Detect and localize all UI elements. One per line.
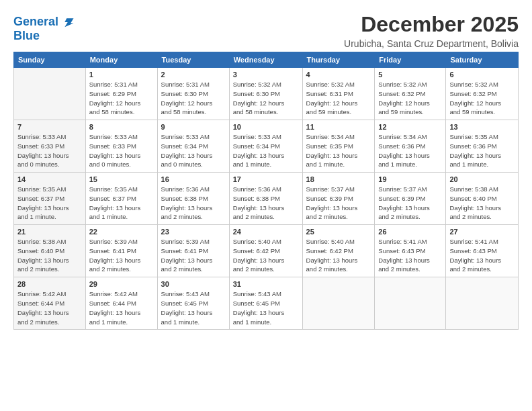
day-info: Sunrise: 5:43 AMSunset: 6:45 PMDaylight:… (233, 289, 299, 326)
calendar-cell: 10Sunrise: 5:33 AMSunset: 6:34 PMDayligh… (229, 120, 302, 173)
calendar-header-row: Sunday Monday Tuesday Wednesday Thursday… (14, 52, 519, 68)
day-info: Sunrise: 5:33 AMSunset: 6:34 PMDaylight:… (233, 132, 299, 169)
logo-icon (60, 15, 75, 30)
calendar-cell: 2Sunrise: 5:31 AMSunset: 6:30 PMDaylight… (157, 68, 229, 120)
day-info: Sunrise: 5:35 AMSunset: 6:36 PMDaylight:… (449, 132, 515, 169)
day-info: Sunrise: 5:39 AMSunset: 6:41 PMDaylight:… (161, 237, 226, 274)
day-info: Sunrise: 5:32 AMSunset: 6:30 PMDaylight:… (233, 80, 299, 117)
calendar-cell: 6Sunrise: 5:32 AMSunset: 6:32 PMDaylight… (446, 68, 519, 120)
calendar-cell (375, 277, 446, 330)
day-info: Sunrise: 5:31 AMSunset: 6:29 PMDaylight:… (89, 80, 154, 117)
calendar-cell: 22Sunrise: 5:39 AMSunset: 6:41 PMDayligh… (85, 225, 157, 277)
day-number: 5 (378, 71, 442, 79)
day-info: Sunrise: 5:43 AMSunset: 6:45 PMDaylight:… (161, 289, 226, 326)
day-number: 1 (89, 71, 154, 79)
day-info: Sunrise: 5:41 AMSunset: 6:43 PMDaylight:… (378, 237, 442, 274)
calendar-cell: 28Sunrise: 5:42 AMSunset: 6:44 PMDayligh… (14, 277, 86, 330)
day-info: Sunrise: 5:41 AMSunset: 6:43 PMDaylight:… (449, 237, 515, 274)
day-number: 9 (161, 123, 226, 131)
calendar-week-row-2: 7Sunrise: 5:33 AMSunset: 6:33 PMDaylight… (14, 120, 519, 173)
day-info: Sunrise: 5:40 AMSunset: 6:42 PMDaylight:… (306, 237, 371, 274)
calendar-cell: 17Sunrise: 5:36 AMSunset: 6:38 PMDayligh… (229, 173, 302, 225)
calendar-cell: 25Sunrise: 5:40 AMSunset: 6:42 PMDayligh… (302, 225, 375, 277)
calendar-cell: 5Sunrise: 5:32 AMSunset: 6:32 PMDaylight… (375, 68, 446, 120)
calendar-cell: 18Sunrise: 5:37 AMSunset: 6:39 PMDayligh… (302, 173, 375, 225)
day-number: 18 (306, 175, 371, 183)
calendar-cell: 3Sunrise: 5:32 AMSunset: 6:30 PMDaylight… (229, 68, 302, 120)
day-number: 11 (306, 123, 371, 131)
day-info: Sunrise: 5:36 AMSunset: 6:38 PMDaylight:… (233, 185, 299, 222)
col-saturday: Saturday (446, 52, 519, 68)
calendar-cell: 13Sunrise: 5:35 AMSunset: 6:36 PMDayligh… (446, 120, 519, 173)
day-info: Sunrise: 5:40 AMSunset: 6:42 PMDaylight:… (233, 237, 299, 274)
title-block: December 2025 Urubicha, Santa Cruz Depar… (344, 12, 519, 49)
header: General Blue December 2025 Urubicha, San… (13, 12, 519, 49)
col-sunday: Sunday (14, 52, 86, 68)
day-number: 17 (233, 175, 299, 183)
day-number: 4 (306, 71, 371, 79)
day-info: Sunrise: 5:39 AMSunset: 6:41 PMDaylight:… (89, 237, 154, 274)
logo-text-general: General (13, 15, 58, 29)
day-info: Sunrise: 5:33 AMSunset: 6:34 PMDaylight:… (161, 132, 226, 169)
calendar-cell (302, 277, 375, 330)
day-number: 8 (89, 123, 154, 131)
month-title: December 2025 (344, 12, 519, 37)
calendar-cell: 12Sunrise: 5:34 AMSunset: 6:36 PMDayligh… (375, 120, 446, 173)
day-number: 10 (233, 123, 299, 131)
day-info: Sunrise: 5:33 AMSunset: 6:33 PMDaylight:… (17, 132, 82, 169)
day-info: Sunrise: 5:31 AMSunset: 6:30 PMDaylight:… (161, 80, 226, 117)
day-number: 27 (449, 228, 515, 236)
calendar-cell: 4Sunrise: 5:32 AMSunset: 6:31 PMDaylight… (302, 68, 375, 120)
day-number: 13 (449, 123, 515, 131)
calendar-cell: 20Sunrise: 5:38 AMSunset: 6:40 PMDayligh… (446, 173, 519, 225)
page-container: General Blue December 2025 Urubicha, San… (0, 0, 532, 336)
day-number: 16 (161, 175, 226, 183)
day-number: 7 (17, 123, 82, 131)
calendar-cell: 15Sunrise: 5:35 AMSunset: 6:37 PMDayligh… (85, 173, 157, 225)
col-tuesday: Tuesday (157, 52, 229, 68)
day-info: Sunrise: 5:34 AMSunset: 6:35 PMDaylight:… (306, 132, 371, 169)
calendar-table: Sunday Monday Tuesday Wednesday Thursday… (13, 52, 519, 330)
day-number: 30 (161, 280, 226, 288)
logo: General Blue (13, 15, 75, 43)
calendar-cell: 16Sunrise: 5:36 AMSunset: 6:38 PMDayligh… (157, 173, 229, 225)
calendar-week-row-1: 1Sunrise: 5:31 AMSunset: 6:29 PMDaylight… (14, 68, 519, 120)
calendar-cell (446, 277, 519, 330)
day-number: 14 (17, 175, 82, 183)
day-info: Sunrise: 5:38 AMSunset: 6:40 PMDaylight:… (17, 237, 82, 274)
calendar-cell: 21Sunrise: 5:38 AMSunset: 6:40 PMDayligh… (14, 225, 86, 277)
day-info: Sunrise: 5:32 AMSunset: 6:32 PMDaylight:… (378, 80, 442, 117)
day-info: Sunrise: 5:34 AMSunset: 6:36 PMDaylight:… (378, 132, 442, 169)
calendar-cell: 27Sunrise: 5:41 AMSunset: 6:43 PMDayligh… (446, 225, 519, 277)
day-number: 31 (233, 280, 299, 288)
calendar-cell: 8Sunrise: 5:33 AMSunset: 6:33 PMDaylight… (85, 120, 157, 173)
calendar-week-row-4: 21Sunrise: 5:38 AMSunset: 6:40 PMDayligh… (14, 225, 519, 277)
calendar-cell: 24Sunrise: 5:40 AMSunset: 6:42 PMDayligh… (229, 225, 302, 277)
day-number: 22 (89, 228, 154, 236)
day-number: 24 (233, 228, 299, 236)
day-number: 28 (17, 280, 82, 288)
day-number: 12 (378, 123, 442, 131)
day-info: Sunrise: 5:42 AMSunset: 6:44 PMDaylight:… (89, 289, 154, 326)
day-info: Sunrise: 5:32 AMSunset: 6:32 PMDaylight:… (449, 80, 515, 117)
day-number: 6 (449, 71, 515, 79)
col-monday: Monday (85, 52, 157, 68)
calendar-cell: 11Sunrise: 5:34 AMSunset: 6:35 PMDayligh… (302, 120, 375, 173)
day-number: 20 (449, 175, 515, 183)
day-number: 23 (161, 228, 226, 236)
day-info: Sunrise: 5:37 AMSunset: 6:39 PMDaylight:… (378, 185, 442, 222)
day-number: 29 (89, 280, 154, 288)
day-info: Sunrise: 5:42 AMSunset: 6:44 PMDaylight:… (17, 289, 82, 326)
day-number: 26 (378, 228, 442, 236)
day-info: Sunrise: 5:35 AMSunset: 6:37 PMDaylight:… (17, 185, 82, 222)
day-number: 15 (89, 175, 154, 183)
day-info: Sunrise: 5:33 AMSunset: 6:33 PMDaylight:… (89, 132, 154, 169)
subtitle: Urubicha, Santa Cruz Department, Bolivia (344, 38, 519, 49)
calendar-cell: 29Sunrise: 5:42 AMSunset: 6:44 PMDayligh… (85, 277, 157, 330)
calendar-cell: 30Sunrise: 5:43 AMSunset: 6:45 PMDayligh… (157, 277, 229, 330)
calendar-cell: 19Sunrise: 5:37 AMSunset: 6:39 PMDayligh… (375, 173, 446, 225)
logo-text-blue: Blue (13, 30, 75, 43)
day-info: Sunrise: 5:36 AMSunset: 6:38 PMDaylight:… (161, 185, 226, 222)
day-number: 2 (161, 71, 226, 79)
day-info: Sunrise: 5:35 AMSunset: 6:37 PMDaylight:… (89, 185, 154, 222)
